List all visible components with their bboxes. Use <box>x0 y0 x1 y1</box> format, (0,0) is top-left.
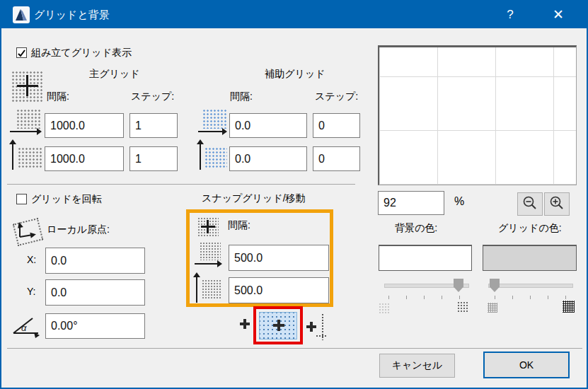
main-h-spacing-input[interactable] <box>45 113 124 138</box>
zoom-in-button[interactable] <box>544 192 570 216</box>
zoom-out-button[interactable] <box>517 192 543 216</box>
aux-grid-title: 補助グリッド <box>228 68 362 81</box>
grid-preview <box>378 45 577 185</box>
title-bar[interactable]: グリッドと背景 ? ✕ <box>1 1 587 28</box>
local-origin-icon <box>11 216 44 247</box>
preview-zoom-input[interactable] <box>378 191 444 215</box>
horizontal-grid-icon <box>10 109 44 139</box>
section-divider <box>7 184 355 185</box>
rotate-grid-checkbox[interactable] <box>16 194 27 204</box>
local-origin-label: ローカル原点: <box>47 223 110 236</box>
dark-dots-icon <box>457 301 469 313</box>
angle-icon: α <box>11 313 42 338</box>
dark-grid-icon <box>563 301 575 313</box>
aux-step-label: ステップ: <box>315 91 358 103</box>
percent-label: % <box>454 195 464 208</box>
main-v-step-input[interactable] <box>129 146 178 171</box>
aux-v-spacing-input[interactable] <box>229 146 307 171</box>
light-grid-icon <box>488 303 497 313</box>
main-step-label: ステップ: <box>131 91 174 103</box>
background-color-label: 背景の色: <box>395 222 437 235</box>
svg-text:α: α <box>21 323 27 333</box>
main-v-spacing-input[interactable] <box>45 146 124 171</box>
background-color-swatch[interactable] <box>379 245 472 271</box>
grid-color-swatch[interactable] <box>483 245 577 271</box>
grid-slider-track[interactable] <box>488 284 573 288</box>
snap-mode-off-button[interactable] <box>239 318 250 330</box>
light-dots-icon <box>379 303 390 313</box>
x-label: X: <box>27 254 36 265</box>
show-grid-label: 組み立てグリッド表示 <box>31 47 132 59</box>
rotate-grid-label: グリッドを回転 <box>31 193 102 206</box>
main-grid-title: 主グリッド <box>51 68 178 81</box>
show-grid-checkbox[interactable] <box>16 47 27 58</box>
window-title: グリッドと背景 <box>34 8 110 22</box>
ok-button[interactable]: OK <box>483 352 570 378</box>
checkmark-icon <box>17 49 26 58</box>
origin-y-input[interactable] <box>45 279 145 306</box>
snap-mode-offset-button[interactable] <box>306 313 327 340</box>
main-grid-icon <box>11 71 44 102</box>
magnifier-minus-icon <box>522 196 538 211</box>
aux-h-step-input[interactable] <box>313 113 360 138</box>
app-logo-icon <box>13 6 30 23</box>
vertical-grid-icon <box>10 141 44 171</box>
aux-v-step-input[interactable] <box>313 146 360 171</box>
origin-x-input[interactable] <box>45 248 145 274</box>
magnifier-plus-icon <box>549 196 565 211</box>
grid-background-dialog: グリッドと背景 ? ✕ 組み立てグリッド表示 主グリッド 間隔: ステップ: 補… <box>0 0 588 389</box>
y-label: Y: <box>27 286 35 297</box>
snap-grid-title: スナップグリッド/移動 <box>202 192 306 205</box>
background-slider-thumb[interactable] <box>454 279 463 292</box>
help-button[interactable]: ? <box>498 6 522 24</box>
close-button[interactable]: ✕ <box>546 6 570 24</box>
aux-horizontal-grid-icon <box>198 109 229 139</box>
orange-highlight-box <box>186 209 333 307</box>
red-highlight-box <box>253 306 303 344</box>
aux-h-spacing-input[interactable] <box>229 113 307 138</box>
cancel-button[interactable]: キャンセル <box>379 354 455 378</box>
main-h-step-input[interactable] <box>129 113 178 138</box>
main-spacing-label: 間隔: <box>47 91 69 103</box>
angle-input[interactable] <box>45 313 145 339</box>
footer-divider <box>7 348 582 349</box>
grid-color-label: グリッドの色: <box>498 222 562 235</box>
aux-vertical-grid-icon <box>198 141 229 171</box>
aux-spacing-label: 間隔: <box>230 91 253 103</box>
grid-slider-thumb[interactable] <box>490 279 500 292</box>
